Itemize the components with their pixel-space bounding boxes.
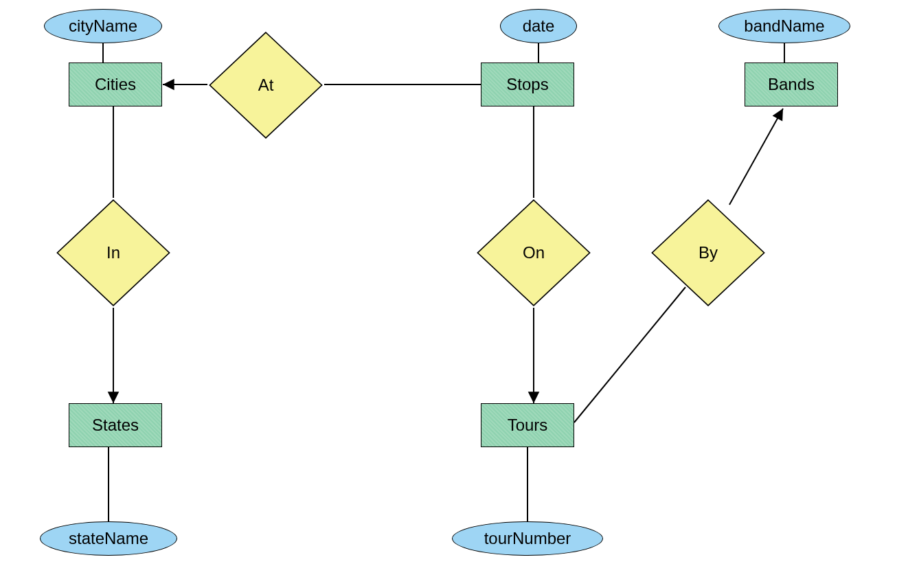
attribute-label: date — [523, 16, 555, 36]
attribute-label: stateName — [69, 529, 148, 548]
attribute-label: tourNumber — [484, 529, 571, 548]
relationship-label: By — [699, 243, 718, 262]
svg-marker-1 — [57, 200, 169, 306]
relationship-in: In — [55, 198, 172, 308]
entity-label: States — [92, 416, 139, 435]
entity-tours: Tours — [481, 404, 574, 446]
attribute-label: bandName — [744, 16, 824, 36]
svg-marker-0 — [209, 32, 321, 138]
entity-bands: Bands — [745, 63, 838, 106]
relationship-on: On — [475, 198, 592, 308]
attribute-label: cityName — [69, 16, 137, 36]
relationship-label: At — [258, 76, 274, 95]
edge-by-bands — [729, 109, 783, 205]
er-diagram-canvas: cityName date bandName stateName tourNum… — [0, 0, 919, 588]
entity-states: States — [69, 404, 162, 446]
entity-cities: Cities — [69, 63, 162, 106]
relationship-label: On — [523, 243, 545, 262]
svg-marker-3 — [652, 200, 764, 306]
attribute-date: date — [500, 10, 577, 43]
edge-tours-by — [574, 287, 685, 422]
entity-stops: Stops — [481, 63, 574, 106]
relationship-at: At — [207, 30, 324, 140]
entity-label: Stops — [506, 75, 548, 94]
attribute-statename: stateName — [40, 522, 177, 555]
entity-label: Cities — [95, 75, 136, 94]
relationship-label: In — [106, 243, 120, 262]
attribute-tournumber: tourNumber — [452, 522, 603, 555]
svg-marker-2 — [477, 200, 589, 306]
entity-label: Tours — [508, 416, 548, 435]
relationship-by: By — [650, 198, 767, 308]
attribute-cityname: cityName — [44, 10, 162, 43]
attribute-bandname: bandName — [718, 10, 850, 43]
entity-label: Bands — [768, 75, 815, 94]
